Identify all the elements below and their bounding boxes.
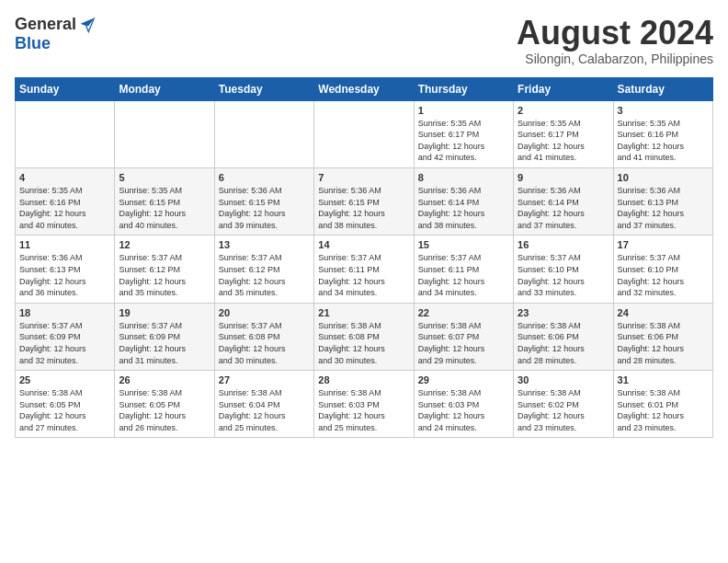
day-info: Sunrise: 5:38 AM Sunset: 6:03 PM Dayligh… — [318, 387, 409, 433]
day-number: 30 — [518, 374, 609, 385]
calendar-day-cell: 27Sunrise: 5:38 AM Sunset: 6:04 PM Dayli… — [214, 371, 313, 438]
day-number: 13 — [219, 239, 310, 250]
day-number: 5 — [119, 172, 210, 183]
day-number: 10 — [618, 172, 709, 183]
day-number: 4 — [19, 172, 110, 183]
calendar-day-cell: 12Sunrise: 5:37 AM Sunset: 6:12 PM Dayli… — [115, 236, 214, 303]
day-number: 25 — [19, 374, 110, 385]
calendar-day-cell: 7Sunrise: 5:36 AM Sunset: 6:15 PM Daylig… — [314, 167, 414, 235]
day-info: Sunrise: 5:37 AM Sunset: 6:11 PM Dayligh… — [418, 252, 509, 298]
calendar-day-cell: 23Sunrise: 5:38 AM Sunset: 6:06 PM Dayli… — [514, 303, 613, 370]
calendar-day-cell — [115, 100, 214, 167]
calendar-day-cell — [214, 100, 313, 167]
day-number: 31 — [618, 374, 709, 385]
day-header-monday: Monday — [115, 77, 214, 100]
calendar-header-row: SundayMondayTuesdayWednesdayThursdayFrid… — [16, 77, 713, 100]
day-info: Sunrise: 5:37 AM Sunset: 6:09 PM Dayligh… — [119, 320, 210, 366]
day-number: 14 — [318, 239, 409, 250]
calendar-day-cell: 21Sunrise: 5:38 AM Sunset: 6:08 PM Dayli… — [314, 303, 414, 370]
day-number: 28 — [318, 374, 409, 385]
calendar-day-cell: 26Sunrise: 5:38 AM Sunset: 6:05 PM Dayli… — [115, 371, 214, 438]
day-info: Sunrise: 5:36 AM Sunset: 6:15 PM Dayligh… — [219, 185, 310, 231]
day-info: Sunrise: 5:38 AM Sunset: 6:04 PM Dayligh… — [219, 387, 310, 433]
day-info: Sunrise: 5:36 AM Sunset: 6:13 PM Dayligh… — [19, 252, 110, 298]
day-number: 21 — [318, 307, 409, 318]
day-info: Sunrise: 5:38 AM Sunset: 6:05 PM Dayligh… — [19, 387, 110, 433]
day-header-saturday: Saturday — [613, 77, 712, 100]
day-number: 18 — [19, 307, 110, 318]
day-info: Sunrise: 5:35 AM Sunset: 6:17 PM Dayligh… — [518, 118, 609, 164]
day-info: Sunrise: 5:38 AM Sunset: 6:06 PM Dayligh… — [618, 320, 709, 366]
calendar-day-cell: 25Sunrise: 5:38 AM Sunset: 6:05 PM Dayli… — [16, 371, 115, 438]
calendar-week-row: 1Sunrise: 5:35 AM Sunset: 6:17 PM Daylig… — [16, 100, 713, 167]
day-info: Sunrise: 5:38 AM Sunset: 6:08 PM Dayligh… — [318, 320, 409, 366]
day-info: Sunrise: 5:38 AM Sunset: 6:02 PM Dayligh… — [518, 387, 609, 433]
logo-bird-icon — [78, 16, 97, 34]
calendar-day-cell: 29Sunrise: 5:38 AM Sunset: 6:03 PM Dayli… — [414, 371, 513, 438]
calendar-day-cell — [16, 100, 115, 167]
day-info: Sunrise: 5:38 AM Sunset: 6:06 PM Dayligh… — [518, 320, 609, 366]
calendar-day-cell: 22Sunrise: 5:38 AM Sunset: 6:07 PM Dayli… — [414, 303, 513, 370]
day-header-thursday: Thursday — [414, 77, 513, 100]
day-number: 3 — [618, 105, 709, 116]
day-info: Sunrise: 5:36 AM Sunset: 6:13 PM Dayligh… — [618, 185, 709, 231]
day-header-wednesday: Wednesday — [314, 77, 414, 100]
logo-general-text: General — [15, 15, 76, 34]
day-number: 27 — [219, 374, 310, 385]
day-number: 26 — [119, 374, 210, 385]
day-info: Sunrise: 5:37 AM Sunset: 6:10 PM Dayligh… — [518, 252, 609, 298]
location-subtitle: Silongin, Calabarzon, Philippines — [517, 52, 713, 66]
day-number: 15 — [418, 239, 509, 250]
calendar-day-cell: 15Sunrise: 5:37 AM Sunset: 6:11 PM Dayli… — [414, 236, 513, 303]
day-number: 6 — [219, 172, 310, 183]
day-number: 9 — [518, 172, 609, 183]
calendar-day-cell: 30Sunrise: 5:38 AM Sunset: 6:02 PM Dayli… — [514, 371, 613, 438]
day-info: Sunrise: 5:37 AM Sunset: 6:08 PM Dayligh… — [219, 320, 310, 366]
day-info: Sunrise: 5:36 AM Sunset: 6:15 PM Dayligh… — [318, 185, 409, 231]
day-info: Sunrise: 5:35 AM Sunset: 6:16 PM Dayligh… — [618, 118, 709, 164]
calendar-day-cell: 6Sunrise: 5:36 AM Sunset: 6:15 PM Daylig… — [214, 167, 313, 235]
day-info: Sunrise: 5:38 AM Sunset: 6:05 PM Dayligh… — [119, 387, 210, 433]
day-number: 11 — [19, 239, 110, 250]
calendar-day-cell: 19Sunrise: 5:37 AM Sunset: 6:09 PM Dayli… — [115, 303, 214, 370]
day-number: 29 — [418, 374, 509, 385]
day-number: 22 — [418, 307, 509, 318]
calendar-day-cell: 18Sunrise: 5:37 AM Sunset: 6:09 PM Dayli… — [16, 303, 115, 370]
day-info: Sunrise: 5:35 AM Sunset: 6:16 PM Dayligh… — [19, 185, 110, 231]
calendar-day-cell: 17Sunrise: 5:37 AM Sunset: 6:10 PM Dayli… — [613, 236, 712, 303]
day-header-friday: Friday — [514, 77, 613, 100]
calendar-day-cell: 31Sunrise: 5:38 AM Sunset: 6:01 PM Dayli… — [613, 371, 712, 438]
logo-blue-text: Blue — [15, 34, 51, 53]
day-info: Sunrise: 5:35 AM Sunset: 6:15 PM Dayligh… — [119, 185, 210, 231]
calendar-day-cell: 16Sunrise: 5:37 AM Sunset: 6:10 PM Dayli… — [514, 236, 613, 303]
calendar-day-cell: 11Sunrise: 5:36 AM Sunset: 6:13 PM Dayli… — [16, 236, 115, 303]
day-info: Sunrise: 5:38 AM Sunset: 6:03 PM Dayligh… — [418, 387, 509, 433]
day-number: 24 — [618, 307, 709, 318]
calendar-day-cell: 5Sunrise: 5:35 AM Sunset: 6:15 PM Daylig… — [115, 167, 214, 235]
day-info: Sunrise: 5:37 AM Sunset: 6:12 PM Dayligh… — [119, 252, 210, 298]
calendar-week-row: 18Sunrise: 5:37 AM Sunset: 6:09 PM Dayli… — [16, 303, 713, 370]
day-info: Sunrise: 5:36 AM Sunset: 6:14 PM Dayligh… — [518, 185, 609, 231]
day-info: Sunrise: 5:37 AM Sunset: 6:11 PM Dayligh… — [318, 252, 409, 298]
day-info: Sunrise: 5:35 AM Sunset: 6:17 PM Dayligh… — [418, 118, 509, 164]
calendar-day-cell: 3Sunrise: 5:35 AM Sunset: 6:16 PM Daylig… — [613, 100, 712, 167]
title-section: August 2024 Silongin, Calabarzon, Philip… — [517, 15, 713, 66]
calendar-day-cell: 28Sunrise: 5:38 AM Sunset: 6:03 PM Dayli… — [314, 371, 414, 438]
calendar-day-cell: 1Sunrise: 5:35 AM Sunset: 6:17 PM Daylig… — [414, 100, 513, 167]
day-number: 12 — [119, 239, 210, 250]
day-number: 16 — [518, 239, 609, 250]
day-number: 20 — [219, 307, 310, 318]
day-info: Sunrise: 5:37 AM Sunset: 6:12 PM Dayligh… — [219, 252, 310, 298]
day-number: 7 — [318, 172, 409, 183]
month-title: August 2024 — [517, 15, 713, 52]
calendar-day-cell: 13Sunrise: 5:37 AM Sunset: 6:12 PM Dayli… — [214, 236, 313, 303]
calendar-day-cell: 2Sunrise: 5:35 AM Sunset: 6:17 PM Daylig… — [514, 100, 613, 167]
day-info: Sunrise: 5:36 AM Sunset: 6:14 PM Dayligh… — [418, 185, 509, 231]
day-number: 23 — [518, 307, 609, 318]
day-info: Sunrise: 5:38 AM Sunset: 6:07 PM Dayligh… — [418, 320, 509, 366]
page-header: General Blue August 2024 Silongin, Calab… — [15, 15, 713, 66]
calendar-day-cell: 14Sunrise: 5:37 AM Sunset: 6:11 PM Dayli… — [314, 236, 414, 303]
day-number: 8 — [418, 172, 509, 183]
day-header-sunday: Sunday — [16, 77, 115, 100]
calendar-day-cell: 24Sunrise: 5:38 AM Sunset: 6:06 PM Dayli… — [613, 303, 712, 370]
